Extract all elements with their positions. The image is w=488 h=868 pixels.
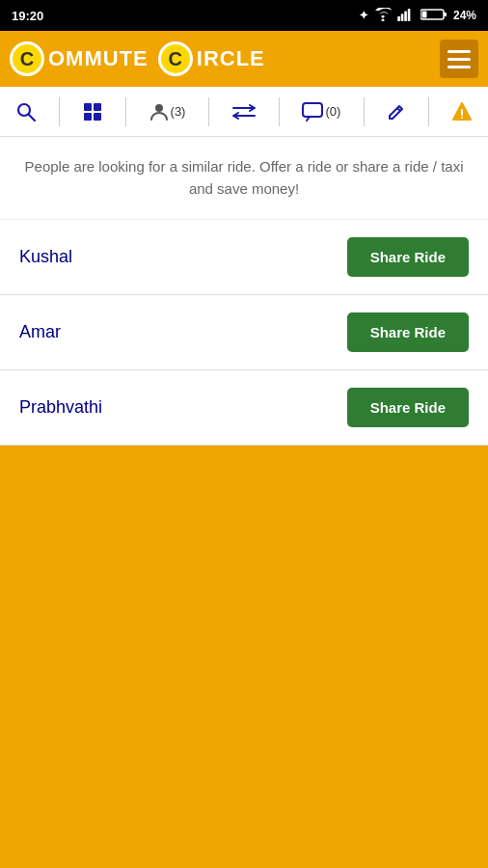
- status-icons: ✦ 24%: [359, 8, 476, 24]
- bluetooth-icon: ✦: [359, 9, 368, 22]
- info-box: People are looking for a similar ride. O…: [0, 137, 488, 220]
- grid-nav[interactable]: [74, 94, 111, 130]
- battery-icon: [420, 8, 447, 24]
- battery-percent: 24%: [453, 9, 476, 22]
- svg-rect-6: [421, 11, 426, 17]
- search-icon: [15, 101, 37, 122]
- chat-nav[interactable]: (0): [294, 95, 348, 129]
- logo-circle-2: C: [158, 41, 193, 76]
- svg-line-9: [28, 114, 35, 121]
- svg-point-17: [461, 117, 463, 119]
- nav-divider-5: [364, 97, 365, 126]
- ride-row-2: Amar Share Ride: [0, 295, 488, 370]
- svg-rect-10: [84, 103, 92, 111]
- logo-text-1: OMMUTE: [48, 46, 149, 71]
- grid-icon: [82, 101, 103, 122]
- nav-divider-2: [125, 97, 126, 126]
- rider-name-3: Prabhvathi: [19, 397, 102, 418]
- share-ride-button-3[interactable]: Share Ride: [347, 388, 469, 427]
- alert-nav[interactable]: [444, 94, 480, 130]
- app-logo: C OMMUTE C IRCLE: [10, 41, 265, 76]
- hamburger-line-2: [447, 58, 471, 61]
- nav-divider-4: [279, 97, 280, 126]
- svg-point-0: [381, 18, 384, 21]
- bottom-area: [0, 446, 488, 831]
- ride-row-1: Kushal Share Ride: [0, 220, 488, 295]
- edit-nav[interactable]: [379, 95, 414, 129]
- chat-badge: (0): [325, 104, 340, 119]
- wifi-icon: [374, 8, 392, 24]
- chat-icon: [302, 102, 323, 122]
- svg-rect-11: [94, 103, 101, 111]
- svg-rect-15: [303, 103, 322, 117]
- transfer-nav[interactable]: [224, 95, 264, 128]
- svg-rect-1: [397, 15, 400, 20]
- svg-rect-3: [404, 11, 407, 21]
- svg-rect-2: [401, 14, 404, 21]
- svg-rect-7: [444, 13, 447, 16]
- app-header: C OMMUTE C IRCLE: [0, 31, 488, 87]
- info-text: People are looking for a similar ride. O…: [23, 156, 465, 200]
- transfer-icon: [231, 103, 257, 121]
- ride-row-3: Prabhvathi Share Ride: [0, 370, 488, 446]
- rider-name-1: Kushal: [19, 247, 72, 267]
- nav-divider-1: [59, 97, 60, 126]
- logo-text-2: IRCLE: [197, 46, 265, 71]
- hamburger-line-1: [447, 50, 471, 53]
- share-ride-button-1[interactable]: Share Ride: [347, 237, 469, 277]
- menu-button[interactable]: [440, 40, 478, 78]
- edit-icon: [387, 102, 406, 122]
- svg-rect-4: [408, 8, 411, 20]
- ride-list: Kushal Share Ride Amar Share Ride Prabhv…: [0, 220, 488, 446]
- search-nav[interactable]: [8, 94, 44, 130]
- nav-divider-3: [208, 97, 209, 126]
- status-bar: 19:20 ✦ 24%: [0, 0, 488, 31]
- svg-rect-13: [94, 113, 101, 121]
- contacts-icon: [149, 101, 169, 122]
- status-time: 19:20: [12, 9, 43, 23]
- main-content: People are looking for a similar ride. O…: [0, 137, 488, 446]
- svg-point-14: [155, 104, 163, 112]
- nav-bar: (3) (0): [0, 87, 488, 137]
- svg-rect-12: [84, 113, 92, 121]
- nav-divider-6: [428, 97, 429, 126]
- time-label: 19:20: [12, 9, 43, 23]
- rider-name-2: Amar: [19, 322, 61, 342]
- hamburger-line-3: [447, 66, 471, 68]
- alert-icon: [451, 101, 473, 122]
- contacts-nav[interactable]: (3): [142, 94, 194, 130]
- signal-icon: [397, 8, 415, 24]
- contacts-badge: (3): [171, 104, 186, 119]
- logo-circle-1: C: [10, 41, 44, 76]
- share-ride-button-2[interactable]: Share Ride: [347, 312, 469, 352]
